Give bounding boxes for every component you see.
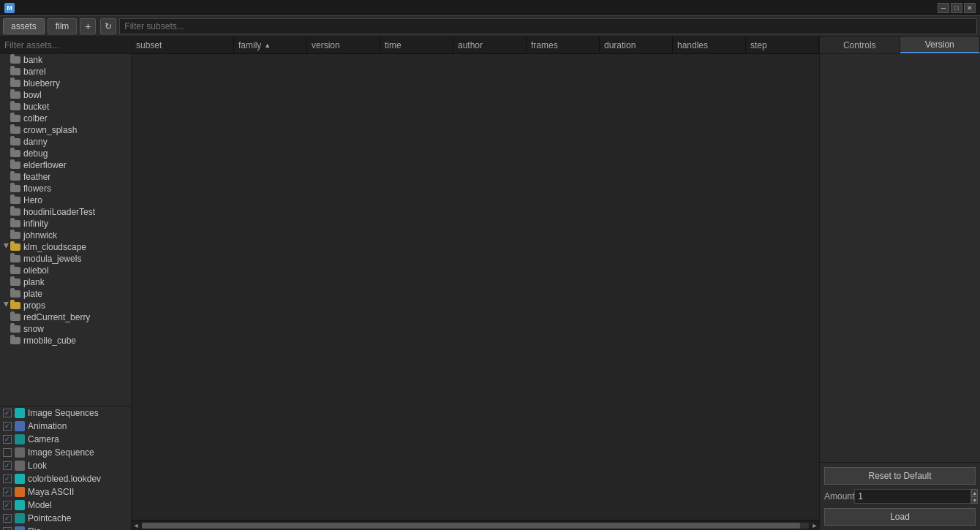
filter-checkbox[interactable] bbox=[3, 474, 12, 483]
filter-checkbox[interactable] bbox=[3, 501, 12, 510]
col-step[interactable]: step bbox=[746, 37, 819, 53]
tab-version[interactable]: Version bbox=[900, 37, 981, 53]
amount-input[interactable] bbox=[854, 489, 971, 504]
asset-item-barrel[interactable]: barrel bbox=[0, 66, 131, 77]
folder-icon bbox=[10, 103, 20, 110]
close-button[interactable]: ✕ bbox=[964, 3, 976, 13]
asset-item-debug[interactable]: debug bbox=[0, 148, 131, 159]
folder-icon bbox=[10, 56, 20, 64]
refresh-button[interactable]: ↻ bbox=[100, 18, 116, 34]
asset-item-infinity[interactable]: infinity bbox=[0, 218, 131, 230]
scroll-thumb[interactable] bbox=[142, 523, 800, 529]
filter-item-image-sequences[interactable]: Image Sequences bbox=[0, 406, 131, 420]
amount-row: Amount ▲ ▼ bbox=[824, 489, 976, 504]
load-button[interactable]: Load bbox=[824, 508, 976, 526]
filter-item-animation[interactable]: Animation bbox=[0, 420, 131, 433]
maximize-button[interactable]: □ bbox=[951, 3, 962, 13]
filter-assets-input[interactable] bbox=[0, 37, 131, 54]
col-duration[interactable]: duration bbox=[600, 37, 673, 53]
asset-label: colber bbox=[23, 113, 48, 124]
col-time[interactable]: time bbox=[380, 37, 453, 53]
reset-to-default-button[interactable]: Reset to Default bbox=[824, 467, 976, 485]
amount-down-button[interactable]: ▼ bbox=[971, 496, 978, 504]
add-tab-button[interactable]: + bbox=[80, 18, 96, 34]
folder-icon bbox=[10, 138, 20, 145]
filter-checkbox[interactable] bbox=[3, 488, 12, 496]
filter-checkbox[interactable] bbox=[3, 514, 12, 523]
minimize-button[interactable]: ─ bbox=[938, 3, 949, 13]
asset-list: bankbarrelblueberrybowlbucketcolbercrown… bbox=[0, 54, 131, 406]
type-icon bbox=[15, 487, 25, 497]
folder-icon bbox=[10, 302, 20, 309]
filter-checkbox[interactable] bbox=[3, 435, 12, 444]
filter-item-pointcache[interactable]: Pointcache bbox=[0, 512, 131, 525]
asset-item-klm-cloudscape[interactable]: ▶klm_cloudscape bbox=[0, 241, 131, 253]
asset-item-snow[interactable]: snow bbox=[0, 323, 131, 335]
filter-item-model[interactable]: Model bbox=[0, 499, 131, 512]
col-family[interactable]: family ▲ bbox=[234, 37, 307, 53]
filter-label: Camera bbox=[28, 434, 59, 444]
filter-checkbox[interactable] bbox=[3, 422, 12, 431]
filter-item-camera[interactable]: Camera bbox=[0, 433, 131, 446]
amount-up-button[interactable]: ▲ bbox=[971, 489, 978, 496]
col-frames[interactable]: frames bbox=[527, 37, 600, 53]
asset-label: feather bbox=[23, 172, 50, 182]
asset-label: klm_cloudscape bbox=[23, 242, 86, 252]
asset-item-feather[interactable]: feather bbox=[0, 171, 131, 183]
asset-item-johnwick[interactable]: johnwick bbox=[0, 230, 131, 241]
asset-item-crown-splash[interactable]: crown_splash bbox=[0, 124, 131, 136]
filter-checkbox[interactable] bbox=[3, 527, 12, 530]
scroll-right-button[interactable]: ► bbox=[810, 521, 819, 530]
asset-item-rmobile-cube[interactable]: rmobile_cube bbox=[0, 335, 131, 347]
asset-item-bank[interactable]: bank bbox=[0, 54, 131, 66]
tab-controls[interactable]: Controls bbox=[820, 37, 900, 53]
folder-icon bbox=[10, 267, 20, 274]
filter-item-maya-ascii[interactable]: Maya ASCII bbox=[0, 485, 131, 499]
tab-film[interactable]: film bbox=[48, 18, 78, 34]
col-author[interactable]: author bbox=[453, 37, 527, 53]
asset-item-danny[interactable]: danny bbox=[0, 136, 131, 148]
col-version[interactable]: version bbox=[307, 37, 380, 53]
filter-item-look[interactable]: Look bbox=[0, 459, 131, 472]
asset-item-houdiniloadertest[interactable]: houdiniLoaderTest bbox=[0, 206, 131, 218]
asset-item-bowl[interactable]: bowl bbox=[0, 89, 131, 101]
filter-subsets-input[interactable] bbox=[119, 18, 977, 34]
folder-icon bbox=[10, 91, 20, 99]
folder-icon bbox=[10, 220, 20, 227]
filter-checkbox[interactable] bbox=[3, 461, 12, 470]
asset-item-blueberry[interactable]: blueberry bbox=[0, 77, 131, 89]
horizontal-scrollbar[interactable]: ◄ ► bbox=[132, 520, 819, 530]
tab-assets[interactable]: assets bbox=[3, 18, 45, 34]
type-icon bbox=[15, 447, 25, 458]
asset-label: bank bbox=[23, 55, 42, 65]
folder-icon bbox=[10, 185, 20, 192]
col-subset[interactable]: subset bbox=[132, 37, 234, 53]
scroll-left-button[interactable]: ◄ bbox=[132, 521, 140, 530]
asset-item-elderflower[interactable]: elderflower bbox=[0, 159, 131, 171]
asset-item-redcurrent-berry[interactable]: redCurrent_berry bbox=[0, 311, 131, 323]
right-tab-bar: Controls Version bbox=[820, 37, 980, 54]
filter-label: Look bbox=[28, 461, 47, 471]
asset-label: oliebol bbox=[23, 265, 49, 276]
filter-item-colorbleed-lookdev[interactable]: colorbleed.lookdev bbox=[0, 472, 131, 485]
filter-item-rig[interactable]: Rig bbox=[0, 525, 131, 530]
table-header: subset family ▲ version time author fram… bbox=[132, 37, 819, 54]
asset-item-bucket[interactable]: bucket bbox=[0, 101, 131, 113]
asset-label: barrel bbox=[23, 67, 46, 77]
asset-item-oliebol[interactable]: oliebol bbox=[0, 265, 131, 276]
subset-panel: subset family ▲ version time author fram… bbox=[132, 37, 819, 530]
filter-checkbox[interactable] bbox=[3, 409, 12, 417]
col-handles[interactable]: handles bbox=[673, 37, 746, 53]
asset-item-modula-jewels[interactable]: modula_jewels bbox=[0, 253, 131, 265]
asset-item-plate[interactable]: plate bbox=[0, 288, 131, 300]
filter-item-image-sequence[interactable]: Image Sequence bbox=[0, 446, 131, 459]
filter-checkbox[interactable] bbox=[3, 448, 12, 457]
asset-item-flowers[interactable]: flowers bbox=[0, 183, 131, 194]
folder-icon bbox=[10, 279, 20, 286]
asset-item-colber[interactable]: colber bbox=[0, 113, 131, 124]
asset-item-props[interactable]: ▶props bbox=[0, 300, 131, 311]
asset-item-plank[interactable]: plank bbox=[0, 276, 131, 288]
scroll-track[interactable] bbox=[142, 523, 809, 529]
asset-item-hero[interactable]: Hero bbox=[0, 194, 131, 206]
folder-icon bbox=[10, 173, 20, 181]
